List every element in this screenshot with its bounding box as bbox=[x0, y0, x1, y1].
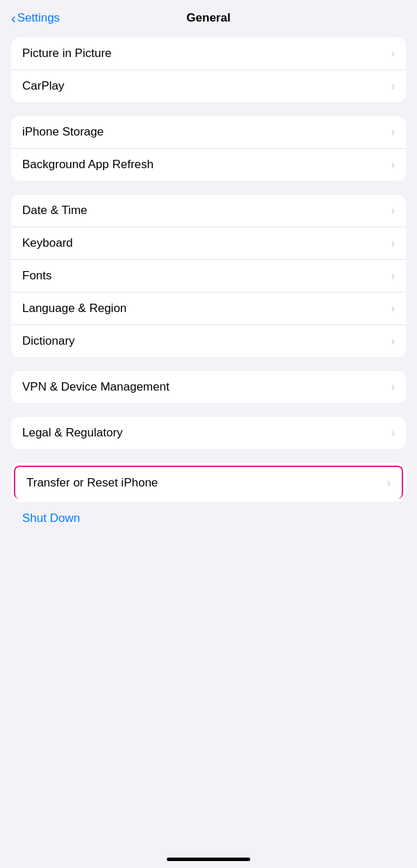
back-chevron-icon: ‹ bbox=[11, 10, 16, 26]
chevron-icon-legal-regulatory: › bbox=[391, 427, 395, 439]
page-title: General bbox=[186, 11, 230, 25]
row-label-legal-regulatory: Legal & Regulatory bbox=[22, 426, 123, 440]
section-storage-refresh: iPhone Storage › Background App Refresh … bbox=[11, 116, 406, 181]
shutdown-label: Shut Down bbox=[22, 511, 80, 525]
settings-row-transfer-reset[interactable]: Transfer or Reset iPhone › bbox=[14, 466, 403, 499]
row-label-fonts: Fonts bbox=[22, 269, 52, 283]
chevron-icon-fonts: › bbox=[391, 270, 395, 282]
row-label-iphone-storage: iPhone Storage bbox=[22, 125, 104, 139]
settings-row-vpn-device-management[interactable]: VPN & Device Management › bbox=[11, 371, 406, 403]
row-label-background-app-refresh: Background App Refresh bbox=[22, 158, 154, 172]
settings-row-keyboard[interactable]: Keyboard › bbox=[11, 227, 406, 260]
settings-row-carplay[interactable]: CarPlay › bbox=[11, 70, 406, 102]
row-label-picture-in-picture: Picture in Picture bbox=[22, 47, 112, 60]
section-picture-carplay: Picture in Picture › CarPlay › bbox=[11, 38, 406, 102]
chevron-icon-iphone-storage: › bbox=[391, 126, 395, 138]
back-button[interactable]: ‹ Settings bbox=[11, 10, 60, 26]
section-vpn: VPN & Device Management › bbox=[11, 371, 406, 403]
settings-row-background-app-refresh[interactable]: Background App Refresh › bbox=[11, 149, 406, 181]
settings-row-language-region[interactable]: Language & Region › bbox=[11, 293, 406, 325]
row-label-date-time: Date & Time bbox=[22, 204, 88, 218]
chevron-icon-vpn-device-management: › bbox=[391, 381, 395, 393]
section-legal: Legal & Regulatory › bbox=[11, 417, 406, 449]
row-label-language-region: Language & Region bbox=[22, 302, 126, 316]
back-label: Settings bbox=[17, 11, 60, 25]
settings-row-dictionary[interactable]: Dictionary › bbox=[11, 325, 406, 357]
chevron-icon-keyboard: › bbox=[391, 237, 395, 249]
chevron-icon-language-region: › bbox=[391, 302, 395, 315]
row-label-dictionary: Dictionary bbox=[22, 334, 75, 348]
settings-row-date-time[interactable]: Date & Time › bbox=[11, 195, 406, 227]
row-label-carplay: CarPlay bbox=[22, 79, 64, 93]
chevron-icon-dictionary: › bbox=[391, 335, 395, 347]
section-transfer-reset: Transfer or Reset iPhone › bbox=[11, 463, 406, 502]
chevron-icon-background-app-refresh: › bbox=[391, 158, 395, 171]
settings-row-picture-in-picture[interactable]: Picture in Picture › bbox=[11, 38, 406, 70]
home-indicator bbox=[167, 858, 250, 861]
chevron-icon-picture-in-picture: › bbox=[391, 47, 395, 60]
header: ‹ Settings General bbox=[0, 0, 417, 32]
settings-row-fonts[interactable]: Fonts › bbox=[11, 260, 406, 293]
section-datetime-dict: Date & Time › Keyboard › Fonts › Languag… bbox=[11, 195, 406, 357]
row-label-transfer-reset: Transfer or Reset iPhone bbox=[26, 476, 158, 490]
chevron-icon-transfer-reset: › bbox=[387, 477, 391, 489]
chevron-icon-carplay: › bbox=[391, 80, 395, 92]
chevron-icon-date-time: › bbox=[391, 204, 395, 217]
row-label-keyboard: Keyboard bbox=[22, 236, 73, 250]
content-area: Picture in Picture › CarPlay › iPhone St… bbox=[0, 32, 417, 541]
row-label-vpn-device-management: VPN & Device Management bbox=[22, 380, 170, 394]
shutdown-row[interactable]: Shut Down bbox=[11, 502, 406, 535]
settings-row-iphone-storage[interactable]: iPhone Storage › bbox=[11, 116, 406, 149]
settings-row-legal-regulatory[interactable]: Legal & Regulatory › bbox=[11, 417, 406, 449]
